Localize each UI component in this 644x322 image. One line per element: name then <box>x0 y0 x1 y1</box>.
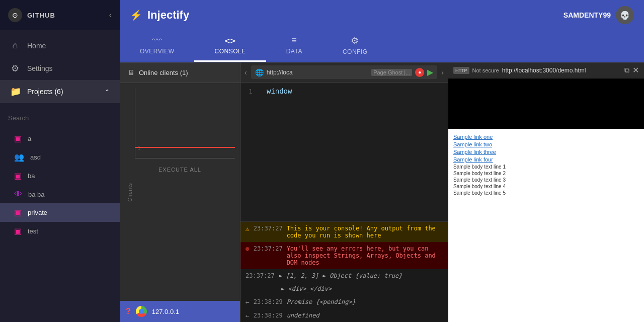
info-subtext: ► <div>_</div> <box>281 285 443 292</box>
sidebar-collapse-button[interactable]: ‹ <box>109 11 112 20</box>
info-text: ► [1, 2, 3] ► Object {value: true} <box>279 272 443 279</box>
config-icon: ⚙ <box>351 35 359 46</box>
execute-button[interactable]: ▶ <box>427 67 433 77</box>
sidebar-nav: ⌂ Home ⚙ Settings 📁 Projects (6) ⌄ <box>0 30 120 107</box>
injectify-logo-icon: ⚡ <box>130 9 142 21</box>
browser-header: HTTP Not secure http://localhost:3000/de… <box>448 62 644 78</box>
client-item[interactable]: ? 127.0.0.1 <box>120 301 240 322</box>
demo-text-4: Sample body text line 4 <box>453 184 639 189</box>
error-text: You'll see any errors here, but you can … <box>287 245 443 266</box>
code-editor[interactable]: 1 window <box>240 83 448 221</box>
panel-header: 🖥 Online clients (1) <box>120 62 240 83</box>
main-area: ⚡ Injectify SAMDENTY99 💀 〰 OVERVIEW <> C… <box>120 0 644 322</box>
execute-all-section: EXECUTE ALL <box>125 158 235 180</box>
project-item-ba[interactable]: ▣ ba <box>0 167 120 185</box>
sidebar-header: ⊙ GITHUB ‹ <box>0 0 120 30</box>
content-area: 🖥 Online clients (1) Clients 1 EXECUTE A… <box>120 62 644 322</box>
tab-data[interactable]: ≡ DATA <box>266 30 323 62</box>
project-label-asd: asd <box>30 153 41 161</box>
sidebar-item-settings[interactable]: ⚙ Settings <box>0 57 120 80</box>
chart-y-label: Clients <box>127 183 133 202</box>
code-content-1: window <box>267 88 292 96</box>
console-msg-info: 23:37:27 ► [1, 2, 3] ► Object {value: tr… <box>240 269 448 282</box>
sidebar-item-home[interactable]: ⌂ Home <box>0 34 120 57</box>
username-label: SAMDENTY99 <box>564 11 611 19</box>
ghost-label: Page Ghost |... <box>371 69 412 76</box>
info-time: 23:37:27 <box>246 272 275 279</box>
browser-content: Sample link one Sample link two Sample l… <box>448 78 644 322</box>
sidebar-item-projects[interactable]: 📁 Projects (6) ⌄ <box>0 80 120 103</box>
search-input[interactable] <box>7 111 113 125</box>
project-item-asd[interactable]: 👥 asd <box>0 148 120 167</box>
github-label: GITHUB <box>27 12 104 19</box>
project-icon-private: ▣ <box>14 208 22 217</box>
project-item-baba[interactable]: 👁 ba ba <box>0 185 120 203</box>
sidebar-item-home-label: Home <box>27 42 46 50</box>
project-item-test[interactable]: ▣ test <box>0 222 120 240</box>
browser-dark-area <box>448 78 644 129</box>
project-label-test: test <box>28 227 38 235</box>
error-time: 23:37:27 <box>254 245 283 252</box>
online-clients-label: Online clients (1) <box>139 69 188 76</box>
sidebar-item-settings-label: Settings <box>27 64 53 72</box>
console-msg-subinfo: ► <div>_</div> <box>240 282 448 295</box>
tab-data-label: DATA <box>286 48 302 55</box>
overview-icon: 〰 <box>152 35 162 46</box>
demo-link-3[interactable]: Sample link three <box>453 149 639 155</box>
browser-open-button[interactable]: ⧉ <box>624 66 629 74</box>
site-icon: 🌐 <box>255 68 264 76</box>
chart-value-label: 1 <box>138 145 140 150</box>
topbar-logo: ⚡ Injectify <box>130 9 189 22</box>
tab-console-label: CONSOLE <box>214 48 246 55</box>
demo-text-3: Sample body text line 3 <box>453 177 639 183</box>
browser-page-content: Sample link one Sample link two Sample l… <box>448 129 644 322</box>
project-item-private[interactable]: ▣ private <box>0 203 120 222</box>
clients-chart: 1 <box>135 88 235 158</box>
url-area: 🌐 http://loca Page Ghost |... ● ▶ <box>251 65 438 79</box>
app-title: Injectify <box>147 9 189 22</box>
demo-link-1[interactable]: Sample link one <box>453 134 639 140</box>
editor-toolbar: ‹ 🌐 http://loca Page Ghost |... ● ▶ › <box>240 62 448 83</box>
not-secure-label: Not secure <box>472 67 499 73</box>
browser-chrome-icon <box>136 306 147 317</box>
warn-icon: ⚠ <box>246 225 250 232</box>
toolbar-forward-button[interactable]: › <box>441 68 444 76</box>
console-msg-arrow2: ← 23:38:29 undefined <box>240 309 448 322</box>
project-label-private: private <box>28 209 47 216</box>
editor-panel: ‹ 🌐 http://loca Page Ghost |... ● ▶ › 1 … <box>240 62 448 322</box>
warn-text: This is your console! Any output from th… <box>287 225 443 239</box>
demo-text-5: Sample body text line 5 <box>453 190 639 196</box>
tab-overview[interactable]: 〰 OVERVIEW <box>120 30 194 62</box>
tab-overview-label: OVERVIEW <box>140 48 174 55</box>
arrow1-time: 23:38:29 <box>254 298 283 305</box>
arrow2-text: undefined <box>287 312 443 319</box>
record-indicator: ● <box>415 68 424 77</box>
arrow1-icon: ← <box>246 298 250 306</box>
github-icon: ⊙ <box>8 8 22 22</box>
demo-text-2: Sample body text line 2 <box>453 171 639 176</box>
demo-link-4[interactable]: Sample link four <box>453 156 639 163</box>
console-msg-error: ⊗ 23:37:27 You'll see any errors here, b… <box>240 242 448 269</box>
demo-link-2[interactable]: Sample link two <box>453 141 639 147</box>
browser-close-button[interactable]: ✕ <box>632 65 639 75</box>
project-icon-test: ▣ <box>14 226 22 236</box>
project-icon-ba: ▣ <box>14 171 22 181</box>
client-ip-label: 127.0.0.1 <box>152 308 179 315</box>
toolbar-back-button[interactable]: ‹ <box>245 68 247 76</box>
sidebar: ⊙ GITHUB ‹ ⌂ Home ⚙ Settings 📁 Projects … <box>0 0 120 322</box>
settings-icon: ⚙ <box>10 63 20 74</box>
project-item-a[interactable]: ▣ a <box>0 129 120 148</box>
tab-console[interactable]: <> CONSOLE <box>194 30 266 62</box>
home-icon: ⌂ <box>10 40 20 51</box>
arrow2-icon: ← <box>246 312 250 319</box>
project-list: ▣ a 👥 asd ▣ ba 👁 ba ba ▣ private ▣ test <box>0 129 120 240</box>
console-icon: <> <box>224 35 236 46</box>
browser-url-label: http://localhost:3000/demo.html <box>502 67 621 74</box>
code-line-1: 1 window <box>249 88 440 96</box>
tab-config-label: CONFIG <box>343 48 368 55</box>
error-icon: ⊗ <box>246 245 250 253</box>
arrow1-text: Promise {<pending>} <box>287 298 443 305</box>
execute-all-button[interactable]: EXECUTE ALL <box>158 167 201 173</box>
tab-config[interactable]: ⚙ CONFIG <box>323 30 388 62</box>
demo-text-1: Sample body text line 1 <box>453 164 639 170</box>
